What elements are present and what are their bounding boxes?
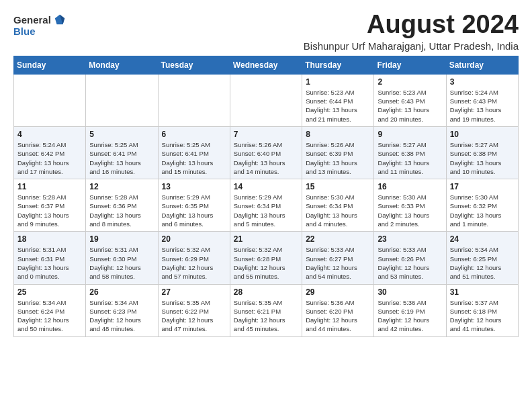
- day-info: Sunrise: 5:33 AM Sunset: 6:26 PM Dayligh…: [378, 245, 442, 281]
- calendar-cell: 22Sunrise: 5:33 AM Sunset: 6:27 PM Dayli…: [302, 232, 374, 284]
- calendar-header-row: SundayMondayTuesdayWednesdayThursdayFrid…: [14, 56, 519, 74]
- day-number: 22: [306, 234, 370, 244]
- calendar-cell: 16Sunrise: 5:30 AM Sunset: 6:33 PM Dayli…: [374, 179, 446, 232]
- header: General Blue August 2024 Bishunpur Urf M…: [13, 11, 519, 52]
- calendar-cell: 11Sunrise: 5:28 AM Sunset: 6:37 PM Dayli…: [14, 179, 86, 232]
- day-info: Sunrise: 5:30 AM Sunset: 6:33 PM Dayligh…: [378, 193, 442, 228]
- calendar-header-friday: Friday: [374, 56, 446, 74]
- calendar-cell: [14, 74, 86, 126]
- calendar-cell: 25Sunrise: 5:34 AM Sunset: 6:24 PM Dayli…: [14, 284, 86, 336]
- day-number: 19: [89, 234, 154, 244]
- day-info: Sunrise: 5:34 AM Sunset: 6:23 PM Dayligh…: [89, 298, 154, 334]
- calendar-cell: 9Sunrise: 5:27 AM Sunset: 6:38 PM Daylig…: [374, 126, 446, 179]
- day-number: 13: [162, 182, 226, 191]
- calendar-cell: 13Sunrise: 5:29 AM Sunset: 6:35 PM Dayli…: [158, 179, 230, 232]
- calendar-cell: 24Sunrise: 5:34 AM Sunset: 6:25 PM Dayli…: [446, 232, 518, 284]
- calendar-cell: 17Sunrise: 5:30 AM Sunset: 6:32 PM Dayli…: [446, 179, 518, 232]
- day-number: 17: [450, 182, 515, 191]
- calendar-cell: [230, 74, 302, 126]
- day-number: 30: [378, 287, 442, 297]
- day-number: 27: [162, 287, 226, 297]
- day-info: Sunrise: 5:25 AM Sunset: 6:41 PM Dayligh…: [89, 140, 154, 176]
- calendar-week-row: 25Sunrise: 5:34 AM Sunset: 6:24 PM Dayli…: [14, 284, 519, 336]
- calendar-week-row: 1Sunrise: 5:23 AM Sunset: 6:44 PM Daylig…: [14, 74, 519, 126]
- day-info: Sunrise: 5:23 AM Sunset: 6:43 PM Dayligh…: [378, 88, 442, 124]
- title-section: August 2024 Bishunpur Urf Maharajganj, U…: [304, 11, 519, 52]
- calendar-week-row: 11Sunrise: 5:28 AM Sunset: 6:37 PM Dayli…: [14, 179, 519, 232]
- logo-blue-text: Blue: [13, 26, 36, 37]
- calendar-cell: 5Sunrise: 5:25 AM Sunset: 6:41 PM Daylig…: [86, 126, 158, 179]
- day-number: 5: [89, 130, 154, 139]
- logo-general-text: General: [13, 14, 51, 26]
- day-info: Sunrise: 5:25 AM Sunset: 6:41 PM Dayligh…: [162, 140, 226, 176]
- day-number: 21: [234, 234, 298, 244]
- day-number: 18: [17, 234, 82, 244]
- day-info: Sunrise: 5:24 AM Sunset: 6:43 PM Dayligh…: [450, 88, 515, 124]
- day-number: 24: [450, 234, 515, 244]
- calendar-header-saturday: Saturday: [446, 56, 518, 74]
- day-info: Sunrise: 5:32 AM Sunset: 6:29 PM Dayligh…: [162, 245, 226, 281]
- calendar-cell: 3Sunrise: 5:24 AM Sunset: 6:43 PM Daylig…: [446, 74, 518, 126]
- calendar-week-row: 4Sunrise: 5:24 AM Sunset: 6:42 PM Daylig…: [14, 126, 519, 179]
- day-number: 1: [306, 77, 370, 87]
- day-number: 3: [450, 77, 515, 87]
- day-info: Sunrise: 5:26 AM Sunset: 6:39 PM Dayligh…: [306, 140, 370, 176]
- calendar-header-tuesday: Tuesday: [158, 56, 230, 74]
- calendar-cell: 1Sunrise: 5:23 AM Sunset: 6:44 PM Daylig…: [302, 74, 374, 126]
- day-info: Sunrise: 5:27 AM Sunset: 6:38 PM Dayligh…: [450, 140, 515, 176]
- day-info: Sunrise: 5:30 AM Sunset: 6:32 PM Dayligh…: [450, 193, 515, 228]
- calendar-header-sunday: Sunday: [14, 56, 86, 74]
- day-number: 9: [378, 130, 442, 139]
- day-info: Sunrise: 5:31 AM Sunset: 6:31 PM Dayligh…: [17, 245, 82, 281]
- day-number: 28: [234, 287, 298, 297]
- day-number: 7: [234, 130, 298, 139]
- day-info: Sunrise: 5:27 AM Sunset: 6:38 PM Dayligh…: [378, 140, 442, 176]
- day-number: 31: [450, 287, 515, 297]
- day-number: 14: [234, 182, 298, 191]
- day-number: 15: [306, 182, 370, 191]
- month-title: August 2024: [304, 11, 519, 39]
- calendar-cell: [86, 74, 158, 126]
- calendar-header-thursday: Thursday: [302, 56, 374, 74]
- day-info: Sunrise: 5:32 AM Sunset: 6:28 PM Dayligh…: [234, 245, 298, 281]
- calendar-cell: 7Sunrise: 5:26 AM Sunset: 6:40 PM Daylig…: [230, 126, 302, 179]
- day-info: Sunrise: 5:34 AM Sunset: 6:25 PM Dayligh…: [450, 245, 515, 281]
- day-number: 2: [378, 77, 442, 87]
- calendar-cell: 12Sunrise: 5:28 AM Sunset: 6:36 PM Dayli…: [86, 179, 158, 232]
- calendar-cell: 27Sunrise: 5:35 AM Sunset: 6:22 PM Dayli…: [158, 284, 230, 336]
- day-number: 10: [450, 130, 515, 139]
- day-number: 11: [17, 182, 82, 191]
- logo: General Blue: [13, 13, 66, 37]
- day-info: Sunrise: 5:31 AM Sunset: 6:30 PM Dayligh…: [89, 245, 154, 281]
- calendar-cell: 21Sunrise: 5:32 AM Sunset: 6:28 PM Dayli…: [230, 232, 302, 284]
- day-info: Sunrise: 5:35 AM Sunset: 6:22 PM Dayligh…: [162, 298, 226, 334]
- calendar-week-row: 18Sunrise: 5:31 AM Sunset: 6:31 PM Dayli…: [14, 232, 519, 284]
- day-number: 16: [378, 182, 442, 191]
- day-info: Sunrise: 5:26 AM Sunset: 6:40 PM Dayligh…: [234, 140, 298, 176]
- calendar-cell: 15Sunrise: 5:30 AM Sunset: 6:34 PM Dayli…: [302, 179, 374, 232]
- calendar-cell: 29Sunrise: 5:36 AM Sunset: 6:20 PM Dayli…: [302, 284, 374, 336]
- day-number: 25: [17, 287, 82, 297]
- day-number: 20: [162, 234, 226, 244]
- calendar-cell: 10Sunrise: 5:27 AM Sunset: 6:38 PM Dayli…: [446, 126, 518, 179]
- logo-icon: [54, 13, 66, 26]
- day-info: Sunrise: 5:23 AM Sunset: 6:44 PM Dayligh…: [306, 88, 370, 124]
- day-info: Sunrise: 5:35 AM Sunset: 6:21 PM Dayligh…: [234, 298, 298, 334]
- day-info: Sunrise: 5:36 AM Sunset: 6:20 PM Dayligh…: [306, 298, 370, 334]
- day-number: 6: [162, 130, 226, 139]
- calendar-table: SundayMondayTuesdayWednesdayThursdayFrid…: [13, 56, 519, 337]
- calendar-cell: 4Sunrise: 5:24 AM Sunset: 6:42 PM Daylig…: [14, 126, 86, 179]
- day-number: 26: [89, 287, 154, 297]
- calendar-cell: 6Sunrise: 5:25 AM Sunset: 6:41 PM Daylig…: [158, 126, 230, 179]
- day-info: Sunrise: 5:29 AM Sunset: 6:35 PM Dayligh…: [162, 193, 226, 228]
- calendar-cell: 18Sunrise: 5:31 AM Sunset: 6:31 PM Dayli…: [14, 232, 86, 284]
- day-number: 29: [306, 287, 370, 297]
- calendar-cell: 20Sunrise: 5:32 AM Sunset: 6:29 PM Dayli…: [158, 232, 230, 284]
- calendar-cell: 23Sunrise: 5:33 AM Sunset: 6:26 PM Dayli…: [374, 232, 446, 284]
- day-info: Sunrise: 5:30 AM Sunset: 6:34 PM Dayligh…: [306, 193, 370, 228]
- calendar-cell: [158, 74, 230, 126]
- day-info: Sunrise: 5:29 AM Sunset: 6:34 PM Dayligh…: [234, 193, 298, 228]
- calendar-cell: 30Sunrise: 5:36 AM Sunset: 6:19 PM Dayli…: [374, 284, 446, 336]
- calendar-cell: 26Sunrise: 5:34 AM Sunset: 6:23 PM Dayli…: [86, 284, 158, 336]
- calendar-cell: 14Sunrise: 5:29 AM Sunset: 6:34 PM Dayli…: [230, 179, 302, 232]
